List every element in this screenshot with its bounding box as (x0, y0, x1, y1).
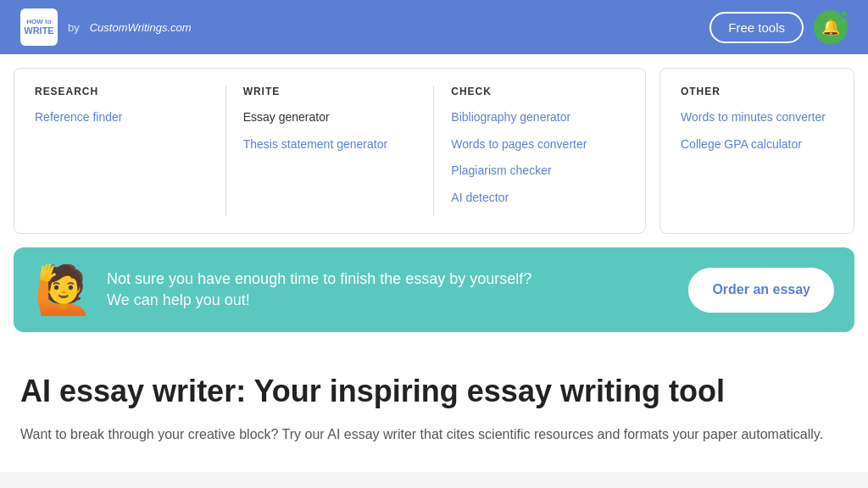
check-column: CHECK Bibliography generator Words to pa… (451, 86, 625, 216)
words-to-minutes-link[interactable]: Words to minutes converter (681, 109, 833, 126)
check-heading: CHECK (451, 86, 625, 97)
cta-line2: We can help you out! (107, 290, 675, 311)
cta-line1: Not sure you have enough time to finish … (107, 269, 675, 290)
header: HOW to WRITE by CustomWritings.com Free … (0, 0, 868, 54)
notification-button[interactable]: 🔔 (814, 10, 848, 44)
bell-icon: 🔔 (821, 18, 840, 36)
write-column: WRITE Essay generator Thesis statement g… (243, 86, 435, 216)
other-heading: OTHER (681, 86, 833, 97)
main-content: AI essay writer: Your inspiring essay wr… (0, 346, 868, 472)
plagiarism-checker-link[interactable]: Plagiarism checker (451, 163, 625, 180)
free-tools-button[interactable]: Free tools (709, 12, 804, 43)
research-heading: RESEARCH (35, 86, 209, 97)
words-to-pages-link[interactable]: Words to pages converter (451, 136, 625, 153)
essay-generator-item: Essay generator (243, 109, 417, 126)
notification-dot (840, 9, 849, 18)
header-right: Free tools 🔔 (709, 10, 848, 44)
cta-text: Not sure you have enough time to finish … (107, 269, 675, 311)
brand-name: CustomWritings.com (90, 21, 192, 34)
main-description: Want to break through your creative bloc… (20, 424, 848, 446)
bibliography-generator-link[interactable]: Bibliography generator (451, 109, 625, 126)
by-label: by (68, 21, 80, 34)
thesis-statement-link[interactable]: Thesis statement generator (243, 136, 417, 153)
cta-banner: 🙋 Not sure you have enough time to finis… (14, 247, 854, 332)
cta-emoji: 🙋 (34, 266, 93, 313)
menu-columns: RESEARCH Reference finder WRITE Essay ge… (35, 86, 625, 216)
ai-detector-link[interactable]: AI detector (451, 190, 625, 207)
main-title: AI essay writer: Your inspiring essay wr… (20, 373, 848, 409)
college-gpa-link[interactable]: College GPA calculator (681, 136, 833, 153)
main-menu-card: RESEARCH Reference finder WRITE Essay ge… (14, 68, 646, 234)
write-heading: WRITE (243, 86, 417, 97)
reference-finder-link[interactable]: Reference finder (35, 109, 209, 126)
menu-cards: RESEARCH Reference finder WRITE Essay ge… (14, 54, 854, 234)
logo-icon: HOW to WRITE (20, 8, 58, 46)
other-menu-card: OTHER Words to minutes converter College… (659, 68, 854, 234)
order-essay-button[interactable]: Order an essay (688, 268, 834, 313)
logo-area: HOW to WRITE by CustomWritings.com (20, 8, 192, 46)
research-column: RESEARCH Reference finder (35, 86, 226, 216)
